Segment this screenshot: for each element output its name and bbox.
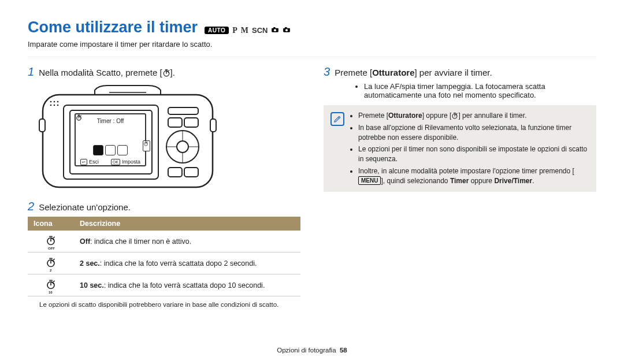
svg-rect-29 xyxy=(210,119,216,132)
note-item: Inoltre, in alcune modalità potete impos… xyxy=(358,166,588,186)
lcd-options xyxy=(79,145,142,155)
timer-icon xyxy=(451,112,458,119)
note-icon xyxy=(330,112,344,126)
th-icon: Icona xyxy=(28,217,74,231)
step-1-text: Nella modalità Scatto, premete [ xyxy=(39,68,162,77)
table-row: 2 2 sec.: indica che la foto verrà scatt… xyxy=(28,252,300,274)
lcd-title: Timer : Off xyxy=(79,117,142,124)
table-row: OFF Off: indica che il timer non è attiv… xyxy=(28,231,300,252)
mode-p: P xyxy=(232,26,237,35)
th-desc: Descrizione xyxy=(74,217,300,231)
icon-off: OFF xyxy=(46,235,56,247)
options-table: Icona Descrizione OFF Off: indica che il… xyxy=(28,217,300,296)
page-title: Come utilizzare il timer xyxy=(28,18,198,36)
mode-row: AUTO P M SCN xyxy=(205,25,291,35)
icon-10s: 10 xyxy=(46,279,56,291)
mode-m: M xyxy=(241,26,248,35)
list-item: La luce AF/spia timer lampeggia. La foto… xyxy=(364,82,596,99)
svg-point-10 xyxy=(57,101,59,103)
mode-scn: SCN xyxy=(252,26,268,35)
svg-rect-27 xyxy=(184,168,198,177)
divider xyxy=(28,57,596,57)
footer-section: Opzioni di fotografia xyxy=(277,347,336,354)
svg-point-12 xyxy=(54,105,55,106)
svg-point-9 xyxy=(54,101,55,103)
svg-point-8 xyxy=(50,101,52,103)
lcd-back-key: ↩ xyxy=(80,159,87,165)
step-1-num: 1 xyxy=(28,65,34,79)
camera-illustration: Timer : Off ↩Esci OKImposta xyxy=(38,84,217,192)
timer-icon xyxy=(162,69,170,77)
step-3-num: 3 xyxy=(324,65,330,79)
svg-rect-17 xyxy=(168,107,198,114)
lcd-back: Esci xyxy=(89,159,99,165)
note-item: In base all'opzione di Rilevamento volto… xyxy=(358,123,588,143)
footer: Opzioni di fotografia 58 xyxy=(0,347,624,354)
mode-auto-badge: AUTO xyxy=(205,27,229,34)
menu-key: MENU xyxy=(358,176,381,185)
svg-point-11 xyxy=(50,105,52,106)
mode-movie-icon xyxy=(283,25,291,35)
step-3-bold: Otturatore xyxy=(372,68,414,77)
svg-point-21 xyxy=(177,141,188,153)
page-subtitle: Imparate come impostare il timer per rit… xyxy=(28,40,596,49)
note-item: Le opzioni per il timer non sono disponi… xyxy=(358,144,588,164)
footer-page: 58 xyxy=(340,347,347,354)
step-3-pre: Premete [ xyxy=(335,68,372,77)
note-item: Premete [Otturatore] oppure [] per annul… xyxy=(358,111,588,121)
step-1: 1 Nella modalità Scatto, premete []. xyxy=(28,65,300,79)
svg-rect-26 xyxy=(168,168,182,177)
svg-rect-19 xyxy=(184,118,198,127)
step-1-end: ]. xyxy=(170,68,175,77)
lcd-ok-key: OK xyxy=(111,159,120,165)
step-2: 2 Selezionate un'opzione. xyxy=(28,200,300,213)
note-box: Premete [Otturatore] oppure [] per annul… xyxy=(324,105,596,192)
step-3: 3 Premete [Otturatore] per avviare il ti… xyxy=(324,65,596,79)
step-3-post: ] per avviare il timer. xyxy=(415,68,492,77)
step-2-text: Selezionate un'opzione. xyxy=(39,202,131,212)
step-2-num: 2 xyxy=(28,200,34,213)
svg-point-13 xyxy=(57,105,59,106)
mode-magic-icon xyxy=(271,25,279,35)
step-3-sublist: La luce AF/spia timer lampeggia. La foto… xyxy=(341,82,596,99)
svg-rect-18 xyxy=(168,118,182,127)
dpad-right-timer-icon xyxy=(143,140,150,151)
title-row: Come utilizzare il timer AUTO P M SCN xyxy=(28,18,596,36)
lcd-ok: Imposta xyxy=(122,159,140,165)
icon-2s: 2 xyxy=(46,257,56,269)
svg-rect-28 xyxy=(39,119,45,132)
camera-lcd: Timer : Off ↩Esci OKImposta xyxy=(75,113,146,166)
table-footnote: Le opzioni di scatto disponibili potrebb… xyxy=(28,296,300,308)
table-row: 10 10 sec.: indica che la foto verrà sca… xyxy=(28,274,300,296)
